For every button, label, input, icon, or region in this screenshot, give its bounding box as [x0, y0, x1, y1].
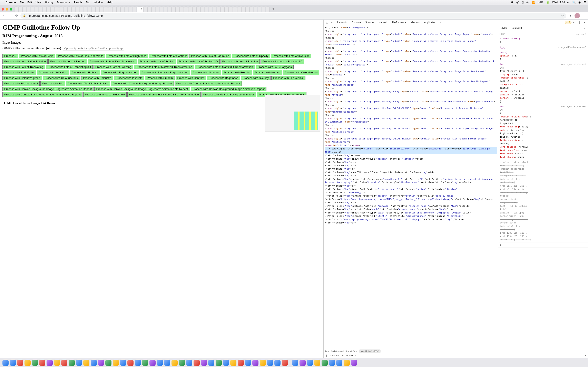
process-button[interactable]: Process with Emboss — [70, 70, 100, 75]
browser-tab[interactable] — [245, 7, 249, 12]
browser-tab[interactable] — [100, 7, 104, 12]
filespec-input[interactable] — [63, 46, 124, 51]
browser-tab[interactable] — [156, 7, 159, 12]
profile-avatar[interactable] — [575, 13, 580, 18]
wifi-icon[interactable]: 📶 — [532, 1, 535, 4]
browser-tab[interactable] — [237, 7, 241, 12]
browser-tab[interactable] — [125, 7, 128, 12]
browser-tab[interactable] — [209, 7, 212, 12]
process-button[interactable]: Process with Sharpen — [191, 70, 221, 75]
browser-tab[interactable] — [151, 7, 155, 12]
drawer-close-icon[interactable]: ✕ — [584, 354, 586, 357]
dom-tree[interactable]: Margin Use" name="divmarginuse">"&nbsp;"… — [324, 25, 498, 349]
browser-tab[interactable] — [196, 7, 200, 12]
extensions-icon[interactable]: ▾ — [568, 14, 572, 17]
process-button[interactable]: Process with Top Div Margin Use — [66, 81, 110, 86]
process-button[interactable]: Process with Lots of Sepia — [19, 54, 55, 58]
browser-tab[interactable] — [76, 7, 79, 12]
browser-tab[interactable] — [200, 7, 204, 12]
process-button[interactable]: Process with Lots of Saturation — [189, 54, 231, 58]
browser-tab[interactable] — [172, 7, 176, 12]
computed-tab[interactable]: Computed — [509, 25, 524, 31]
browser-tab[interactable] — [55, 7, 59, 12]
tab-console[interactable]: Console — [350, 20, 363, 25]
process-button[interactable]: Process with Colourize green — [2, 76, 42, 80]
browser-tab[interactable] — [233, 7, 237, 12]
process-button[interactable]: Process with Box blur — [222, 70, 252, 75]
crumb-selected[interactable]: input#inlineldt93949 — [359, 350, 380, 353]
browser-tab[interactable] — [133, 7, 136, 12]
menubar-app[interactable]: Chrome — [6, 1, 16, 4]
process-button[interactable]: Process with Lots of Blurring — [48, 59, 87, 64]
browser-tab[interactable] — [67, 7, 71, 12]
process-button[interactable]: Process with Canvas Background Image Rep… — [111, 81, 173, 86]
tab-performance[interactable]: Performance — [390, 20, 408, 25]
drawer-console[interactable]: Console — [330, 354, 338, 357]
process-button[interactable]: Process with Colourize red — [283, 70, 320, 75]
tab-elements[interactable]: Elements — [335, 20, 349, 25]
drawer-menu-icon[interactable]: ⋮ — [325, 354, 328, 357]
browser-tab[interactable] — [266, 7, 269, 12]
process-button[interactable]: Process with Sketchy — [241, 76, 270, 80]
dom-selected-node[interactable]: ⋯ <"tag">input "attr">type="hidden" "att… — [325, 147, 497, 154]
process-button[interactable]: Process with keyframe Transition CSS or … — [127, 92, 201, 97]
browser-tab[interactable] — [205, 7, 208, 12]
browser-tab[interactable] — [43, 7, 47, 12]
crumb[interactable]: body#canvasb — [331, 350, 344, 352]
browser-tab[interactable] — [164, 7, 167, 12]
warnings-badge[interactable]: ⚠ 7 — [565, 21, 571, 24]
process-button[interactable]: Process with Pixellate — [114, 76, 144, 80]
browser-tab[interactable] — [71, 7, 75, 12]
process-button[interactable]: Process with Edge detection — [101, 70, 139, 75]
drawer-tab-close-icon[interactable]: × — [355, 354, 356, 357]
crumb[interactable]: form#pform — [346, 350, 357, 352]
clock[interactable]: Wed 12:03 pm — [552, 1, 570, 4]
process-button[interactable]: Process with Lots of Rotation — [221, 59, 260, 64]
process-button[interactable]: Process with Inhouse Slideshow — [83, 92, 127, 97]
process-button[interactable]: Process with Lots of Drop Shadowing — [88, 59, 137, 64]
process-button[interactable]: Process with Smooth — [145, 76, 175, 80]
process-button[interactable]: Process with Lots of Black and White — [56, 54, 105, 58]
browser-tab[interactable] — [192, 7, 196, 12]
menu-history[interactable]: History — [45, 1, 53, 4]
browser-tab[interactable] — [217, 7, 221, 12]
cls-toggle[interactable]: .cls — [581, 33, 584, 35]
browser-tab[interactable] — [143, 7, 147, 12]
process-button[interactable]: Process with Lots of Scaling — [138, 59, 176, 64]
browser-tab[interactable] — [129, 7, 132, 12]
process-button[interactable]: Process with Lots of Scaling 3D — [177, 59, 220, 64]
browser-tab[interactable] — [241, 7, 245, 12]
zoom-window-icon[interactable] — [10, 8, 12, 11]
browser-tab[interactable] — [188, 7, 192, 12]
process-button[interactable]: Process with Canvas Background Image No … — [174, 81, 242, 86]
process-button[interactable]: Process with Flip — [40, 81, 65, 86]
browser-tab[interactable] — [225, 7, 229, 12]
star-icon[interactable]: ☆ — [561, 14, 564, 17]
process-button[interactable]: Process with Flip horizontal — [2, 81, 40, 86]
tab-network[interactable]: Network — [377, 20, 390, 25]
tab-memory[interactable]: Memory — [409, 20, 422, 25]
browser-tab[interactable] — [14, 7, 18, 12]
reload-icon[interactable]: ⟳ — [14, 14, 18, 17]
browser-tab[interactable] — [18, 7, 22, 12]
process-button[interactable]: Process with Flip vertical — [271, 76, 305, 80]
browser-tab[interactable] — [104, 7, 108, 12]
browser-tab[interactable] — [31, 7, 34, 12]
menu-edit[interactable]: Edit — [27, 1, 32, 4]
process-button[interactable]: Process with Lots of Brightness — [106, 54, 148, 58]
process-button[interactable]: Process with Multiple Background Images — [201, 92, 256, 97]
browser-tab[interactable] — [258, 7, 261, 12]
process-button[interactable]: Process with Lots of Skewing — [94, 65, 133, 69]
browser-tab[interactable] — [51, 7, 55, 12]
process-button[interactable]: Process with Lots of Hue Rotation — [2, 59, 48, 64]
siri-icon[interactable]: ◉ — [579, 1, 581, 4]
device-toggle-icon[interactable]: ▭ — [330, 21, 335, 24]
bluetooth-icon[interactable]: ⁂ — [526, 1, 529, 4]
process-button[interactable]: Process... — [2, 54, 18, 58]
browser-tab[interactable] — [213, 7, 216, 12]
status-icon[interactable]: ⌘ — [511, 1, 513, 4]
more-styles-icon[interactable]: » — [582, 25, 588, 31]
minimize-window-icon[interactable] — [6, 8, 8, 11]
browser-tab[interactable] — [92, 7, 95, 12]
process-button[interactable]: Process with Contrast — [176, 76, 206, 80]
